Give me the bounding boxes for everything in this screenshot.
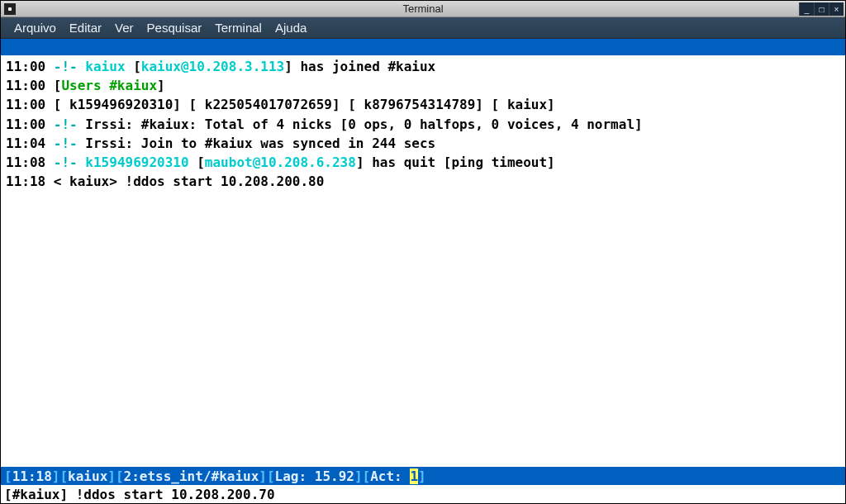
chat-line-irssi-sync: 11:04 -!- Irssi: Join to #kaiux was sync… xyxy=(6,134,840,153)
menu-ajuda[interactable]: Ajuda xyxy=(269,21,313,35)
status-lag-label: Lag: xyxy=(275,468,315,484)
titlebar[interactable]: Terminal _ □ × xyxy=(1,1,845,17)
chat-line-join: 11:00 -!- kaiux [kaiux@10.208.3.113] has… xyxy=(6,57,840,76)
window-controls: _ □ × xyxy=(799,2,844,16)
terminal-window: Terminal _ □ × Arquivo Editar Ver Pesqui… xyxy=(0,0,846,504)
menu-ver[interactable]: Ver xyxy=(108,21,140,35)
status-window: 2:etss_int/#kaiux xyxy=(124,468,259,484)
menubar: Arquivo Editar Ver Pesquisar Terminal Aj… xyxy=(1,17,845,39)
status-time: 11:18 xyxy=(12,468,52,484)
status-lag-value: 15.92 xyxy=(315,468,354,484)
status-act-value: 1 xyxy=(410,468,418,484)
menu-terminal[interactable]: Terminal xyxy=(208,21,269,35)
menu-pesquisar[interactable]: Pesquisar xyxy=(140,21,209,35)
window-title: Terminal xyxy=(402,2,443,15)
chat-area[interactable]: 11:00 -!- kaiux [kaiux@10.208.3.113] has… xyxy=(1,55,845,467)
close-button[interactable]: × xyxy=(829,2,844,16)
chat-line-message: 11:18 < kaiux> !ddos start 10.208.200.80 xyxy=(6,172,840,191)
app-icon xyxy=(4,3,16,15)
menu-arquivo[interactable]: Arquivo xyxy=(7,21,63,35)
topic-bar xyxy=(1,39,845,55)
chat-line-users-header: 11:00 [Users #kaiux] xyxy=(6,76,840,95)
chat-line-quit: 11:08 -!- k159496920310 [maubot@10.208.6… xyxy=(6,153,840,172)
maximize-button[interactable]: □ xyxy=(814,2,829,16)
status-nick: kaiux xyxy=(68,468,107,484)
status-bar: [11:18] [kaiux] [2:etss_int/#kaiux] [Lag… xyxy=(1,467,845,485)
chat-line-users-list: 11:00 [ k159496920310] [ k22505401707265… xyxy=(6,95,840,114)
input-channel: #kaiux xyxy=(12,487,60,502)
menu-editar[interactable]: Editar xyxy=(63,21,108,35)
chat-line-irssi-total: 11:00 -!- Irssi: #kaiux: Total of 4 nick… xyxy=(6,115,840,134)
input-line[interactable]: [#kaiux] !ddos start 10.208.200.70 xyxy=(1,485,845,503)
status-act-label: Act: xyxy=(370,468,410,484)
minimize-button[interactable]: _ xyxy=(799,2,814,16)
input-text[interactable]: !ddos start 10.208.200.70 xyxy=(76,487,275,502)
